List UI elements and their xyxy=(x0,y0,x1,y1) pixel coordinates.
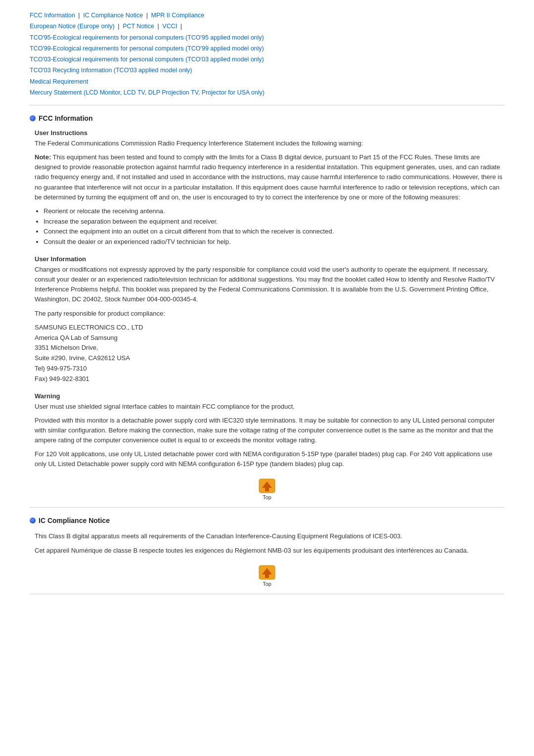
warning-text1: User must use shielded signal interface … xyxy=(35,402,504,412)
ic-top-arrow-icon xyxy=(258,565,276,580)
user-information-subsection: User Information Changes or modification… xyxy=(35,255,504,384)
fcc-section-header: FCC Information xyxy=(30,114,504,122)
address-text: SAMSUNG ELECTRONICS CO., LTD America QA … xyxy=(35,324,143,382)
user-instructions-title: User Instructions xyxy=(35,129,504,137)
ic-bullet-icon xyxy=(30,518,36,523)
ic-content: This Class B digital apparatus meets all… xyxy=(35,531,504,555)
warning-text3: For 120 Volt applications, use only UL L… xyxy=(35,449,504,469)
nav-link-medical[interactable]: Medical Requirement xyxy=(30,78,88,85)
nav-link-tco03rec[interactable]: TCO'03 Recycling Information (TCO'03 app… xyxy=(30,66,192,74)
nav-link-mpr[interactable]: MPR II Compliance xyxy=(151,11,205,19)
nav-link-pct[interactable]: PCT Notice xyxy=(123,22,154,30)
nav-link-fcc[interactable]: FCC Information xyxy=(30,11,75,19)
mid-divider xyxy=(30,507,504,508)
fcc-bullet-icon xyxy=(30,115,36,121)
ic-section-header: IC Compliance Notice xyxy=(30,517,504,524)
user-information-title: User Information xyxy=(35,255,504,263)
ic-top-button[interactable]: Top xyxy=(258,565,276,587)
user-instructions-note: Note: This equipment has been tested and… xyxy=(35,152,504,202)
navigation-links: FCC Information | IC Compliance Notice |… xyxy=(30,10,504,98)
warning-subsection: Warning User must use shielded signal in… xyxy=(35,392,504,470)
nav-link-vcci[interactable]: VCCI xyxy=(162,22,177,30)
nav-link-mercury[interactable]: Mercury Statement (LCD Monitor, LCD TV, … xyxy=(30,89,265,96)
fcc-top-label: Top xyxy=(263,494,271,500)
list-item: Reorient or relocate the receiving anten… xyxy=(44,206,504,217)
ic-section: IC Compliance Notice This Class B digita… xyxy=(30,517,504,586)
fcc-top-button-container: Top xyxy=(30,478,504,500)
nav-link-tco99[interactable]: TCO'99-Ecological requirements for perso… xyxy=(30,45,264,52)
nav-link-euro[interactable]: European Notice (Europe only) xyxy=(30,22,115,30)
ic-top-button-container: Top xyxy=(30,565,504,587)
note-label: Note: xyxy=(35,153,51,161)
note-text: This equipment has been tested and found… xyxy=(35,153,502,201)
measures-list: Reorient or relocate the receiving anten… xyxy=(44,206,504,247)
ic-section-title: IC Compliance Notice xyxy=(39,517,110,524)
user-information-text1: Changes or modifications not expressly a… xyxy=(35,265,504,305)
list-item: Connect the equipment into an outlet on … xyxy=(44,227,504,237)
fcc-top-button[interactable]: Top xyxy=(258,478,276,500)
warning-text2: Provided with this monitor is a detachab… xyxy=(35,416,504,445)
top-divider xyxy=(30,105,504,105)
fcc-section-title: FCC Information xyxy=(39,114,93,122)
ic-text1: This Class B digital apparatus meets all… xyxy=(35,531,504,541)
list-item: Consult the dealer or an experienced rad… xyxy=(44,237,504,247)
nav-link-ic[interactable]: IC Compliance Notice xyxy=(83,11,143,19)
ic-text2: Cet appareil Numérique de classe B respe… xyxy=(35,546,504,556)
bottom-divider xyxy=(30,594,504,594)
nav-link-tco03[interactable]: TCO'03-Ecological requirements for perso… xyxy=(30,55,264,63)
user-instructions-subsection: User Instructions The Federal Communicat… xyxy=(35,129,504,247)
ic-top-label: Top xyxy=(263,581,271,587)
fcc-section: FCC Information User Instructions The Fe… xyxy=(30,114,504,500)
user-instructions-intro: The Federal Communications Commission Ra… xyxy=(35,139,504,148)
list-item: Increase the separation between the equi… xyxy=(44,217,504,227)
address-block: SAMSUNG ELECTRONICS CO., LTD America QA … xyxy=(35,323,504,384)
party-responsible-label: The party responsible for product compli… xyxy=(35,309,504,319)
top-arrow-icon xyxy=(258,478,276,494)
nav-link-tco95[interactable]: TCO'95-Ecological requirements for perso… xyxy=(30,34,264,41)
warning-title: Warning xyxy=(35,392,504,400)
